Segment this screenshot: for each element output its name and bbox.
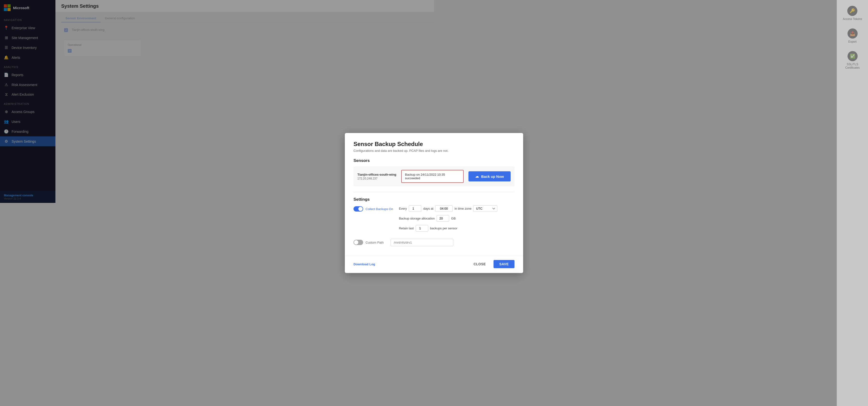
sensor-ip: 172.20.248.237 bbox=[358, 177, 396, 180]
settings-section: Settings Collect Backups On Eve bbox=[353, 192, 434, 203]
sensor-row: Tianjin-offices-south-wing 172.20.248.23… bbox=[353, 166, 434, 186]
sensor-backup-modal: Sensor Backup Schedule Configurations an… bbox=[345, 133, 434, 203]
sensors-heading: Sensors bbox=[353, 158, 434, 163]
modal-backdrop: Sensor Backup Schedule Configurations an… bbox=[55, 0, 434, 203]
modal-body: Sensor Backup Schedule Configurations an… bbox=[345, 133, 434, 203]
sensor-name: Tianjin-offices-south-wing bbox=[358, 173, 396, 176]
main-content: System Settings Sensor Environment Gener… bbox=[55, 0, 434, 203]
modal-title: Sensor Backup Schedule bbox=[353, 141, 434, 148]
settings-heading: Settings bbox=[353, 197, 434, 202]
modal-subtitle: Configurations and data are backed up. P… bbox=[353, 149, 434, 153]
sensor-info: Tianjin-offices-south-wing 172.20.248.23… bbox=[358, 173, 396, 180]
sensor-status-box: Backup on 24/11/2022 10:35 succeeded bbox=[401, 170, 434, 183]
